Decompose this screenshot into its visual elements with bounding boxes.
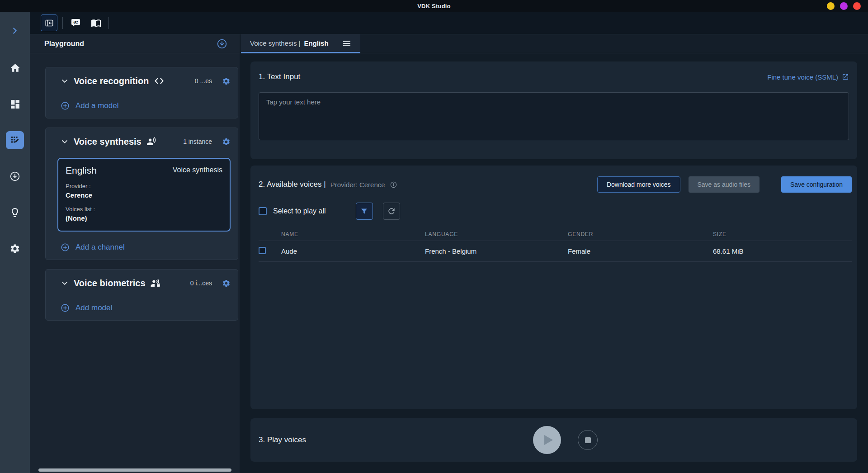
speech-bubble-ae-icon: æ [71, 18, 81, 28]
add-model-label: Add a model [75, 101, 118, 110]
playground-panel: Playground Voice recognition 0 ...es [30, 34, 240, 473]
add-channel-button[interactable]: Add a channel [60, 242, 231, 252]
plus-circle-icon [60, 303, 70, 313]
fine-tune-ssml-link[interactable]: Fine tune voice (SSML) [767, 73, 849, 81]
stop-button[interactable] [578, 430, 598, 450]
toolbar: æ [30, 12, 868, 34]
channel-card-english[interactable]: English Voice synthesis Provider : Ceren… [57, 158, 231, 232]
table-row-aude[interactable]: Aude French - Belgium Female 68.61 MiB [259, 241, 852, 262]
tab-label: Voice synthesis | [250, 39, 300, 47]
filter-button[interactable] [356, 203, 373, 220]
add-biometrics-model-label: Add model [75, 303, 112, 312]
play-voices-section: 3. Play voices [250, 418, 857, 462]
download-circle-icon [9, 170, 21, 182]
download-circle-icon[interactable] [216, 38, 228, 50]
expand-rail-button[interactable] [0, 12, 30, 50]
plus-circle-icon [60, 242, 70, 252]
tab-menu-button[interactable] [342, 40, 351, 47]
open-book-icon [91, 18, 101, 28]
select-all-checkbox[interactable] [259, 207, 267, 215]
sidebar-item-playground[interactable] [0, 122, 30, 158]
gear-icon [222, 77, 231, 85]
playground-cards: Voice recognition 0 ...es Add a model [30, 53, 240, 321]
horizontal-scrollbar[interactable] [38, 468, 231, 472]
voice-language: French - Belgium [425, 247, 568, 255]
column-header-size: SIZE [713, 231, 852, 237]
save-as-audio-files-button[interactable]: Save as audio files [689, 176, 760, 193]
window-close-icon[interactable] [853, 2, 861, 10]
column-header-gender: GENDER [568, 231, 713, 237]
card-title: Voice biometrics [74, 278, 146, 289]
provider-label: Provider : [66, 183, 222, 189]
text-input-section: 1. Text Input Fine tune voice (SSML) [250, 61, 857, 159]
panel-title: Playground [44, 40, 216, 48]
titlebar: VDK Studio [0, 0, 868, 12]
tab-voice-synthesis-english[interactable]: Voice synthesis | English [241, 34, 360, 53]
sidebar-item-settings[interactable] [0, 231, 30, 267]
code-icon [153, 76, 165, 86]
provider-info[interactable] [390, 181, 397, 189]
toggle-side-panel-button[interactable] [41, 14, 57, 31]
instance-count: 0 ...es [195, 77, 212, 85]
tab-channel-name: English [304, 39, 328, 47]
chevron-down-icon[interactable] [60, 76, 69, 85]
voices-table: NAME LANGUAGE GENDER SIZE Aude French - … [259, 228, 852, 262]
sidebar-item-ideas[interactable] [0, 194, 30, 231]
toolbar-divider [108, 17, 109, 29]
voice-size: 68.61 MiB [713, 247, 852, 255]
tab-bar: Voice synthesis | English [240, 34, 868, 53]
window-minimize-icon[interactable] [827, 2, 835, 10]
voice-biometrics-icon [150, 278, 161, 288]
chevron-down-icon[interactable] [60, 137, 69, 146]
language-tools-button[interactable]: æ [68, 15, 83, 31]
fine-tune-ssml-label: Fine tune voice (SSML) [767, 73, 838, 81]
external-link-icon [842, 73, 849, 80]
window-title: VDK Studio [417, 3, 451, 9]
play-voices-title: 3. Play voices [259, 435, 306, 445]
add-biometrics-model-button[interactable]: Add model [60, 303, 231, 313]
save-configuration-button[interactable]: Save configuration [781, 176, 852, 193]
voices-list-value: (None) [66, 214, 222, 222]
card-title: Voice synthesis [74, 137, 142, 147]
sidebar-item-dashboard[interactable] [0, 86, 30, 122]
card-settings-button[interactable] [222, 279, 231, 288]
home-icon [9, 62, 21, 74]
voice-biometrics-header: Voice biometrics 0 i...ces [60, 276, 231, 290]
voice-biometrics-card: Voice biometrics 0 i...ces [45, 269, 238, 321]
refresh-button[interactable] [383, 203, 400, 220]
voice-gender: Female [568, 247, 713, 255]
download-more-voices-button[interactable]: Download more voices [597, 176, 680, 193]
channel-name: English [66, 165, 97, 176]
provider-value: Cerence [66, 191, 222, 199]
add-channel-label: Add a channel [75, 243, 125, 252]
voice-over-icon [146, 137, 157, 147]
hamburger-icon [342, 40, 351, 47]
card-title: Voice recognition [74, 76, 149, 86]
card-settings-button[interactable] [222, 137, 231, 146]
column-header-name: NAME [281, 231, 425, 237]
refresh-icon [387, 207, 396, 216]
add-model-button[interactable]: Add a model [60, 101, 231, 111]
chevron-down-icon[interactable] [60, 279, 69, 288]
window-maximize-icon[interactable] [840, 2, 848, 10]
nav-rail [0, 12, 30, 473]
voices-list-label: Voices list : [66, 206, 222, 213]
available-voices-section: 2. Available voices | Provider: Cerence … [250, 166, 857, 409]
sidebar-item-home[interactable] [0, 50, 30, 86]
text-input-field[interactable] [259, 92, 849, 140]
main-area: Voice synthesis | English 1. Text Input [240, 34, 868, 473]
documentation-button[interactable] [88, 15, 104, 31]
provider-text: Provider: Cerence [330, 181, 385, 189]
playground-edit-icon [9, 135, 20, 146]
select-all-label: Select to play all [273, 207, 326, 215]
row-checkbox[interactable] [259, 247, 266, 254]
panel-collapse-icon [44, 18, 54, 28]
info-icon [390, 181, 397, 189]
gear-icon [222, 137, 231, 146]
voice-synthesis-header: Voice synthesis 1 instance [60, 134, 231, 149]
card-settings-button[interactable] [222, 77, 231, 85]
window-controls [827, 0, 861, 12]
play-button[interactable] [533, 426, 561, 454]
sidebar-item-downloads[interactable] [0, 158, 30, 194]
channel-card-top: English Voice synthesis [66, 165, 222, 176]
